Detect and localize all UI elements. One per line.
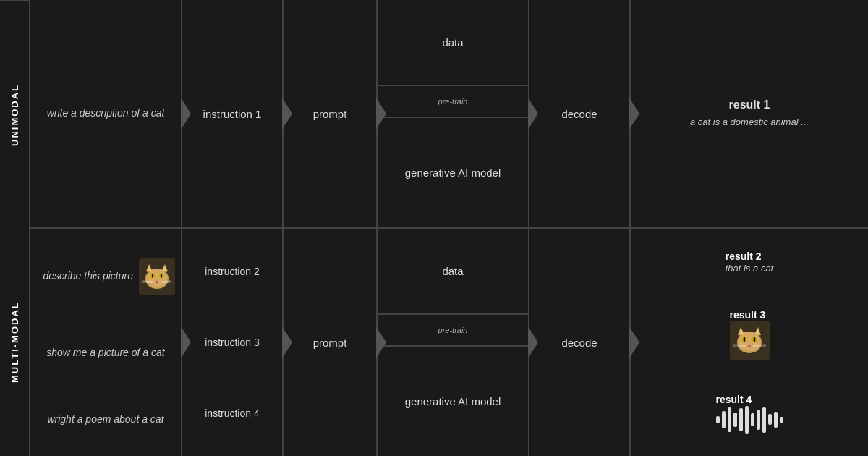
wave-bar-12 <box>780 417 783 423</box>
multimodal-label: MULTI-MODAL <box>0 228 29 456</box>
wave-bar-10 <box>768 414 772 425</box>
arrow-multiinput-instr <box>181 326 191 358</box>
multimodal-data-label: data <box>378 229 528 315</box>
cat-result-svg <box>730 321 770 360</box>
result4-title: result 4 <box>716 394 783 405</box>
wave-bar-5 <box>739 408 743 431</box>
unimodal-instruction-label: instruction 1 <box>203 108 262 120</box>
unimodal-instruction-cell: instruction 1 <box>182 0 284 227</box>
unimodal-input-cell: write a description of a cat <box>30 0 182 227</box>
multimodal-input-row-2: show me a picture of a cat <box>36 346 175 360</box>
multimodal-decode-cell: decode <box>529 229 631 456</box>
multimodal-input2-text: show me a picture of a cat <box>36 346 175 360</box>
cat-svg <box>139 258 175 295</box>
result3-block: result 3 <box>730 309 770 360</box>
result1-text: a cat is a domestic animal ... <box>690 116 809 129</box>
multimodal-input3-text: wright a poem about a cat <box>36 413 175 427</box>
result2-block: result 2 that is a cat <box>726 250 773 275</box>
arrow-model-decode-multi <box>528 326 538 358</box>
unimodal-decode-label: decode <box>561 108 597 120</box>
unimodal-result-cell: result 1 a cat is a domestic animal ... <box>631 0 868 227</box>
multimodal-instruction1: instruction 2 <box>188 236 276 307</box>
multimodal-prompt-cell: prompt <box>284 229 378 456</box>
multimodal-input-row-3: wright a poem about a cat <box>36 413 175 427</box>
result3-title: result 3 <box>730 309 770 321</box>
svg-point-24 <box>739 332 760 351</box>
wave-bar-1 <box>716 416 720 423</box>
multimodal-model-cell: data pre-train generative AI model <box>378 229 529 456</box>
multimodal-model-label: generative AI model <box>378 347 528 456</box>
multimodal-input-row-1: describe this picture <box>36 258 175 295</box>
arrow-decode-result <box>629 98 639 130</box>
multimodal-decode-label: decode <box>561 337 597 349</box>
cat-image-input <box>139 258 175 295</box>
wave-bar-11 <box>774 412 778 428</box>
result4-block: result 4 <box>716 394 783 434</box>
multimodal-row: describe this picture <box>30 229 868 456</box>
label-column: UNIMODAL MULTI-MODAL <box>0 0 30 456</box>
unimodal-model-label: generative AI model <box>378 118 528 227</box>
content-area: write a description of a cat instruction… <box>30 0 868 456</box>
svg-point-27 <box>743 337 745 341</box>
result2-title: result 2 <box>726 250 773 262</box>
multimodal-input-cell: describe this picture <box>30 229 182 456</box>
wave-bar-9 <box>762 407 766 433</box>
result3-image <box>730 321 770 360</box>
unimodal-prompt-label: prompt <box>313 108 347 120</box>
arrow-prompt-model-multi <box>376 326 386 358</box>
unimodal-model-cell: data pre-train generative AI model <box>378 0 529 227</box>
arrow-model-decode <box>528 98 538 130</box>
multimodal-instruction3: instruction 4 <box>188 378 276 449</box>
result1-title: result 1 <box>729 98 770 111</box>
multimodal-input1-text: describe this picture <box>36 269 133 284</box>
unimodal-data-label: data <box>378 0 528 86</box>
multimodal-prompt-label: prompt <box>313 337 347 349</box>
unimodal-pretrain-label: pre-train <box>378 86 528 118</box>
svg-point-6 <box>147 269 167 287</box>
multimodal-instruction2: instruction 3 <box>188 307 276 378</box>
wave-bar-7 <box>751 413 754 426</box>
svg-point-10 <box>161 274 162 278</box>
wave-bar-8 <box>757 410 760 430</box>
multimodal-instruction-cell: instruction 2 instruction 3 instruction … <box>182 229 284 456</box>
unimodal-prompt-cell: prompt <box>284 0 378 227</box>
multimodal-pretrain-label: pre-train <box>378 315 528 347</box>
wave-bar-4 <box>733 413 737 427</box>
result4-waveform <box>716 405 783 434</box>
svg-point-28 <box>753 337 755 341</box>
svg-point-9 <box>152 274 153 278</box>
arrow-instr-prompt <box>282 98 292 130</box>
arrow-prompt-model <box>376 98 386 130</box>
wave-bar-2 <box>722 411 726 428</box>
result2-text: that is a cat <box>726 262 773 275</box>
wave-bar-3 <box>728 407 731 432</box>
arrow-decode-result-multi <box>629 326 639 358</box>
unimodal-label: UNIMODAL <box>0 0 29 228</box>
wave-bar-6 <box>745 406 749 434</box>
unimodal-row: write a description of a cat instruction… <box>30 0 868 229</box>
unimodal-input-text: write a description of a cat <box>47 106 165 121</box>
arrow-input-instr <box>181 98 191 130</box>
multimodal-result-cell: result 2 that is a cat result 3 <box>631 229 868 456</box>
arrow-instr-prompt-multi <box>282 326 292 358</box>
main-container: UNIMODAL MULTI-MODAL write a description… <box>0 0 868 456</box>
unimodal-decode-cell: decode <box>529 0 631 227</box>
